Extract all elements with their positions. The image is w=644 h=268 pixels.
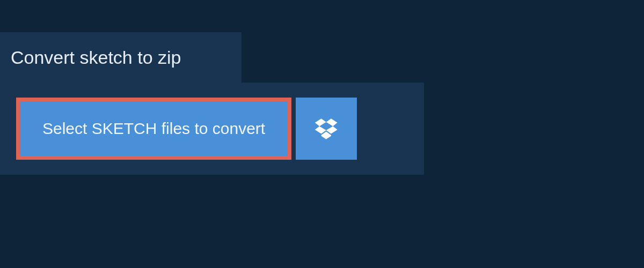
tab-header: Convert sketch to zip [0,32,241,83]
select-files-button[interactable]: Select SKETCH files to convert [20,101,288,156]
page-title: Convert sketch to zip [11,47,181,68]
dropbox-icon [314,116,338,142]
dropbox-button[interactable] [296,98,357,160]
convert-panel: Select SKETCH files to convert [0,83,424,175]
button-row: Select SKETCH files to convert [16,98,408,160]
select-files-highlight: Select SKETCH files to convert [16,98,291,160]
